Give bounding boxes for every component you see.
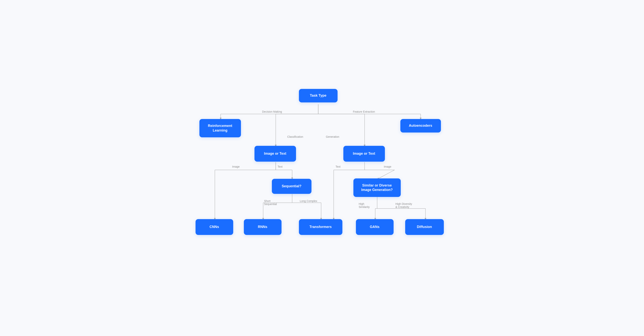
label-image-left: Image — [232, 165, 240, 168]
node-gans: GANs — [356, 219, 394, 235]
node-task-type: Task Type — [299, 89, 338, 102]
label-image-right: Image — [384, 165, 392, 168]
node-sequential: Sequential? — [272, 179, 312, 194]
node-rl: ReinforcementLearning — [200, 119, 241, 137]
node-autoencoders: Autoencoders — [400, 119, 441, 133]
node-diffusion: Diffusion — [405, 219, 444, 235]
label-text-right: Text — [336, 165, 341, 168]
node-sim-div: Similar or DiverseImage Generation? — [354, 178, 401, 197]
diagram-container: Decision Making Feature Extraction Class… — [187, 85, 457, 251]
label-feature-extraction: Feature Extraction — [353, 110, 375, 113]
svg-line-24 — [377, 170, 394, 179]
node-transformers: Transformers — [299, 219, 342, 235]
node-rnns: RNNs — [244, 219, 282, 235]
label-high-diversity: High Diversity& Creativity — [396, 202, 412, 208]
label-short-sequential: ShortSequential — [264, 199, 277, 206]
label-text-left: Text — [278, 165, 283, 168]
node-img-text-class: Image or Text — [254, 146, 296, 162]
label-decision-making: Decision Making — [262, 110, 282, 113]
label-generation: Generation — [326, 135, 339, 138]
label-classification: Classification — [287, 135, 303, 138]
node-cnns: CNNs — [196, 219, 233, 235]
node-img-text-gen: Image or Text — [343, 146, 385, 162]
label-long-complex: Long Complex — [300, 199, 317, 202]
label-high-similarity: HighSimilarity — [359, 202, 370, 208]
